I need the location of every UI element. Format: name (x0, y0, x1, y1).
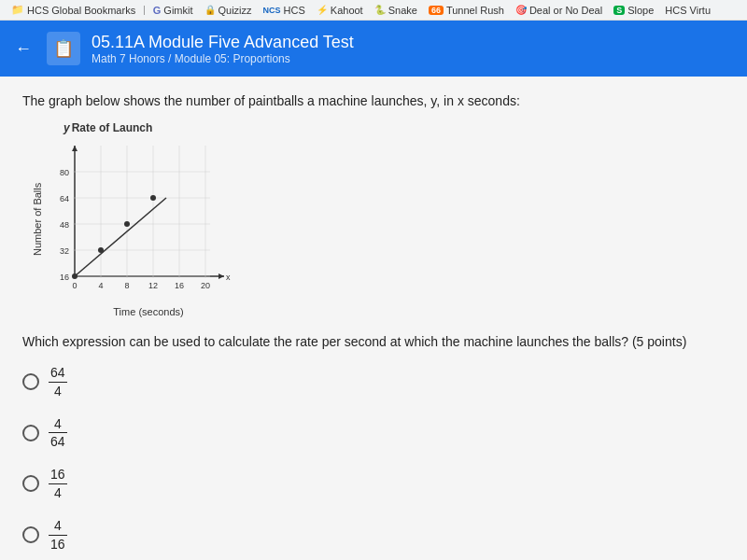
graph-area: yRate of Launch 16 32 (47, 121, 233, 317)
fraction-b-num: 4 (52, 416, 63, 432)
svg-text:0: 0 (72, 281, 77, 290)
radio-d[interactable] (22, 526, 39, 543)
question-text: The graph below shows the number of pain… (22, 93, 725, 108)
fraction-b-den: 64 (49, 434, 67, 450)
x-axis-label: Time (seconds) (63, 306, 233, 317)
svg-text:4: 4 (98, 281, 103, 290)
answer-choice-d: 4 16 (22, 518, 725, 553)
radio-a[interactable] (22, 373, 39, 390)
svg-point-27 (150, 195, 156, 201)
fraction-d-num: 4 (52, 518, 63, 534)
bookmark-quizizz[interactable]: 🔒 Quizizz (201, 4, 256, 17)
bookmark-hcs-virt[interactable]: HCS Virtu (661, 4, 714, 17)
answer-choice-a: 64 4 (22, 365, 725, 399)
svg-text:8: 8 (124, 281, 129, 290)
fraction-c-den: 4 (52, 485, 63, 501)
svg-line-23 (75, 198, 166, 276)
answer-section: 64 4 4 64 16 4 4 (22, 365, 725, 552)
svg-text:48: 48 (60, 220, 69, 230)
fraction-a-den: 4 (52, 384, 63, 399)
header-subtitle: Math 7 Honors / Module 05: Proportions (92, 52, 354, 65)
fraction-a: 64 4 (49, 365, 67, 399)
back-button[interactable]: ← (11, 35, 35, 63)
graph-title: yRate of Launch (63, 121, 233, 134)
svg-marker-28 (218, 273, 224, 279)
svg-text:20: 20 (201, 281, 210, 290)
radio-c[interactable] (22, 475, 39, 492)
graph-container: Number of Balls yRate of Launch (32, 121, 725, 317)
svg-text:12: 12 (148, 281, 158, 290)
fraction-b: 4 64 (49, 416, 67, 451)
svg-text:64: 64 (60, 194, 69, 203)
fraction-a-num: 64 (49, 365, 67, 381)
svg-point-26 (124, 221, 130, 227)
bookmark-deal-no-deal[interactable]: 🎯 Deal or No Deal (512, 4, 606, 17)
fraction-d: 4 16 (49, 518, 67, 553)
y-axis-label: Number of Balls (32, 121, 43, 317)
svg-text:32: 32 (60, 246, 69, 256)
svg-text:16: 16 (60, 273, 69, 282)
bookmark-snake[interactable]: 🐍 Snake (371, 4, 421, 17)
fraction-c: 16 4 (49, 467, 67, 501)
svg-text:80: 80 (60, 168, 69, 177)
radio-b[interactable] (22, 425, 39, 441)
header-title: 05.11A Module Five Advanced Test (92, 33, 354, 52)
bookmarks-bar: 📁 HCS Global Bookmarks | G Gimkit 🔒 Quiz… (0, 0, 747, 21)
bookmark-tunnel-rush[interactable]: 66 Tunnel Rush (425, 4, 508, 17)
svg-text:x: x (226, 273, 231, 282)
bookmark-kahoot[interactable]: ⚡ Kahoot (313, 4, 367, 17)
answer-choice-b: 4 64 (22, 416, 725, 451)
svg-point-24 (72, 273, 78, 279)
fraction-d-den: 16 (49, 537, 67, 553)
main-content: The graph below shows the number of pain… (0, 77, 747, 560)
module-icon: 📋 (47, 32, 80, 65)
bookmark-hcs-global[interactable]: 📁 HCS Global Bookmarks (7, 3, 139, 17)
question-sub: Which expression can be used to calculat… (22, 332, 725, 352)
header-text: 05.11A Module Five Advanced Test Math 7 … (92, 33, 354, 65)
svg-marker-29 (72, 146, 78, 151)
bookmark-gimkit[interactable]: G Gimkit (149, 4, 197, 17)
bookmark-hcs[interactable]: NCS HCS (260, 4, 309, 17)
svg-point-25 (98, 247, 104, 253)
graph-svg: 16 32 48 64 80 0 4 8 12 16 20 (47, 136, 233, 304)
svg-text:16: 16 (175, 281, 184, 290)
answer-choice-c: 16 4 (22, 467, 725, 501)
app-header: ← 📋 05.11A Module Five Advanced Test Mat… (0, 21, 747, 77)
bookmark-slope[interactable]: S Slope (610, 4, 657, 17)
fraction-c-num: 16 (49, 467, 67, 483)
